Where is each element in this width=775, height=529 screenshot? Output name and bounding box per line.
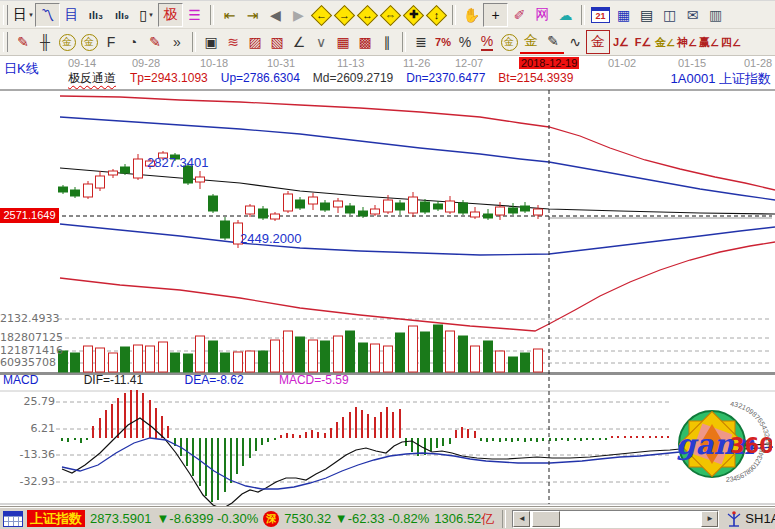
macd-macd-value: MACD=-5.59 [279, 373, 349, 387]
gold-circle-b-icon[interactable]: 金 [78, 31, 100, 53]
scale-ruler-icon[interactable]: ≣ [410, 31, 432, 53]
prev-bar-icon[interactable]: ◀ [264, 4, 287, 26]
f-angle-icon[interactable]: F∠ [632, 31, 654, 53]
index-value: 2873.5901 [90, 511, 151, 526]
parallel-lines-icon[interactable]: ∥ [376, 31, 398, 53]
candle-style-icon-dropdown[interactable]: ▼ [148, 12, 154, 18]
gold-box-icon[interactable]: 金 [586, 30, 610, 54]
save-icon[interactable]: ◫ [658, 4, 681, 26]
date-label: 10-31 [267, 57, 295, 69]
jifan-channel-icon[interactable]: 极 [158, 3, 183, 27]
toolbar-separator [452, 5, 456, 25]
symbol-full-label[interactable]: SH1A0001,上证指数 [745, 510, 775, 528]
price-label-low: 2449.2000 [240, 231, 301, 246]
shenzhen-badge[interactable]: 深 [263, 511, 279, 527]
ai-brain-icon[interactable]: ☁ [554, 4, 577, 26]
angle-lines-icon[interactable]: ∠ [288, 31, 310, 53]
macd-header: MACD DIF=-11.41 DEA=-8.62 MACD=-5.59 [3, 373, 349, 387]
grid-dense-icon[interactable]: ▦ [332, 31, 354, 53]
index-change: ▼-8.6399 -0.30% [156, 511, 258, 526]
draw-pointer-icon[interactable]: ✐ [508, 4, 531, 26]
indicator-value: Dn=2370.6477 [406, 71, 485, 85]
date-label: 10-18 [200, 57, 228, 69]
wave-a-icon[interactable]: ∿ [564, 31, 586, 53]
scroll-right-button[interactable]: ► [701, 511, 718, 527]
zoom-in-horizontal-icon[interactable]: ⇔ [379, 4, 402, 26]
kline-pencil-icon[interactable]: ✎ [542, 30, 564, 54]
date-label: 09-28 [132, 57, 160, 69]
expand-all-icon[interactable]: ✚ [402, 4, 425, 26]
pencil-draw-icon[interactable]: ✎ [12, 31, 34, 53]
indicator-value: Tp=2943.1093 [130, 71, 208, 85]
volume-profile-icon[interactable]: ☰ [183, 4, 206, 26]
crosshair-icon[interactable]: + [483, 3, 508, 27]
bars-3min-icon[interactable]: ılı₃ [83, 4, 109, 26]
pan-hand-icon[interactable]: ✋ [460, 4, 483, 26]
toolbar-grip[interactable] [3, 32, 8, 52]
gann-grid-icon[interactable]: ▧ [266, 31, 288, 53]
win-angle-icon[interactable]: 赢∠ [698, 31, 720, 53]
four-angle-icon[interactable]: 四∠ [720, 31, 742, 53]
macd-title[interactable]: MACD [3, 373, 38, 387]
quote-grid-icon[interactable] [3, 511, 23, 527]
pattern-net-icon[interactable]: 网 [531, 4, 554, 26]
percent-line-icon[interactable]: % [476, 31, 498, 53]
kline-period-icon-dropdown[interactable]: ▼ [28, 12, 34, 18]
fit-vertical-icon[interactable]: ↕ [425, 4, 448, 26]
gold-circle-a-icon[interactable]: 金 [56, 31, 78, 53]
f-ticks-icon[interactable]: F [100, 31, 122, 53]
kline-period-icon[interactable]: 日▼ [12, 4, 35, 26]
shen-angle-icon[interactable]: 神∠ [676, 31, 698, 53]
grid-solid-icon[interactable]: ▩ [354, 31, 376, 53]
macd-axis-label: -13.36 [0, 448, 55, 461]
index-name-badge[interactable]: 上证指数 [27, 510, 85, 527]
chart-canvas[interactable]: 日K线 09-1409-2810-1810-3111-1311-2612-072… [0, 56, 775, 506]
more-tools-icon[interactable]: » [166, 31, 188, 53]
info-panel-icon[interactable]: 目 [60, 4, 83, 26]
next-bar-icon[interactable]: ▶ [287, 4, 310, 26]
horizontal-scrollbar[interactable]: ◄ ► [512, 510, 719, 528]
date-label: 01-15 [678, 57, 706, 69]
first-bar-icon[interactable]: ⇤ [218, 4, 241, 26]
pencil-ruler-icon[interactable]: ✎ [144, 31, 166, 53]
scroll-left-button[interactable]: ◄ [513, 511, 530, 527]
percent7-icon[interactable]: 7% [432, 31, 454, 53]
notes-icon[interactable]: ▤ [635, 4, 658, 26]
gold-circle-lines-icon[interactable]: 金 [498, 31, 520, 53]
toolbar-grip[interactable] [3, 5, 8, 25]
scroll-right-icon[interactable]: → [333, 4, 356, 26]
volume-axis-label: 182807125 [0, 331, 55, 344]
calculator-icon[interactable]: ▦ [612, 4, 635, 26]
mail-icon[interactable]: ✉ [681, 4, 704, 26]
trading-app-window: 日▼〽目ılı₃ılı₉▯▼极☰⇤⇥◀▶←→↔⇔✚↕✋+✐网☁21▦▤◫✉▥ ✎… [0, 0, 775, 529]
toolbar-separator [192, 32, 196, 52]
turnover-amount: 1306.52 [434, 511, 481, 526]
gann-box-icon[interactable]: ▨ [244, 31, 266, 53]
gold-angle-icon[interactable]: 金∠ [654, 31, 676, 53]
j-angle-icon[interactable]: J∠ [610, 31, 632, 53]
spiral-icon[interactable]: ◔ [122, 31, 144, 53]
percent-icon[interactable]: % [454, 31, 476, 53]
zigzag-icon[interactable]: ∨ [310, 31, 332, 53]
last-bar-icon[interactable]: ⇥ [241, 4, 264, 26]
symbol-label[interactable]: 1A0001 上证指数 [671, 70, 771, 88]
toolbar-main: 日▼〽目ılı₃ılı₉▯▼极☰⇤⇥◀▶←→↔⇔✚↕✋+✐网☁21▦▤◫✉▥ [0, 1, 775, 29]
indicator-value: Bt=2154.3939 [498, 71, 573, 85]
scroll-left-icon[interactable]: ← [310, 4, 333, 26]
box-range-icon[interactable]: ▣ [200, 31, 222, 53]
status-bar: 上证指数 2873.5901 ▼-8.6399 -0.30% 深 7530.32… [0, 506, 775, 529]
gann-fan-icon[interactable]: ≋ [222, 31, 244, 53]
zoom-out-horizontal-icon[interactable]: ↔ [356, 4, 379, 26]
scroll-thumb[interactable] [532, 511, 560, 527]
chart-graphics[interactable] [0, 56, 775, 506]
ruler-ticks-icon[interactable]: ╫ [34, 31, 56, 53]
print-icon[interactable]: ▥ [704, 4, 727, 26]
calendar-icon[interactable]: 21 [589, 4, 612, 26]
candle-style-icon[interactable]: ▯▼ [135, 4, 158, 26]
bars-9min-icon[interactable]: ılı₉ [109, 4, 135, 26]
date-label: 01-28 [744, 57, 772, 69]
indicator-name[interactable]: 极反通道 [68, 71, 116, 85]
gold-lines-icon[interactable]: 金 [520, 30, 542, 54]
overlay-chart-icon[interactable]: 〽 [35, 3, 60, 27]
volume-axis-label: 60935708 [0, 356, 55, 369]
